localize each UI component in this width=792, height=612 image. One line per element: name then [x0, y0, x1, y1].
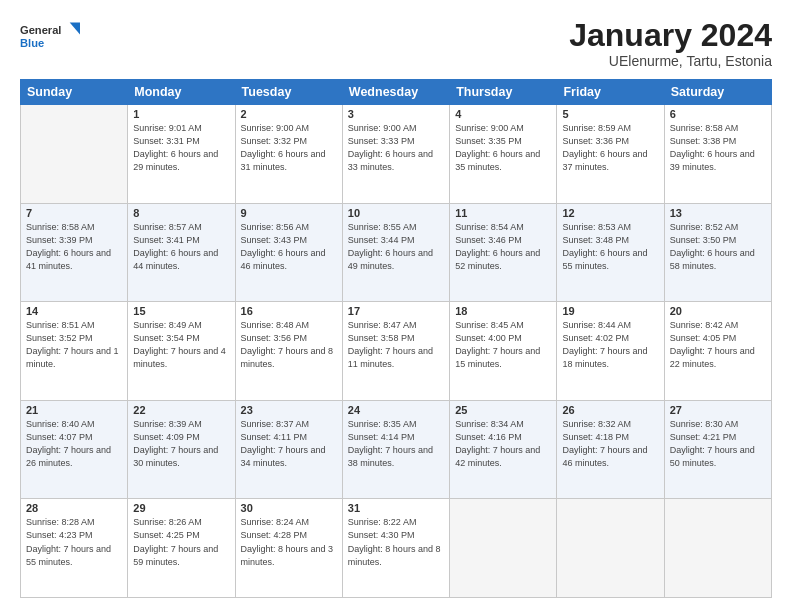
sunrise-text: Sunrise: 8:26 AM	[133, 517, 202, 527]
calendar-cell: 28Sunrise: 8:28 AM Sunset: 4:23 PM Dayli…	[21, 499, 128, 598]
day-number: 10	[348, 207, 444, 219]
sunrise-text: Sunrise: 8:34 AM	[455, 419, 524, 429]
weekday-header-thursday: Thursday	[450, 80, 557, 105]
weekday-header-tuesday: Tuesday	[235, 80, 342, 105]
calendar-cell: 11Sunrise: 8:54 AM Sunset: 3:46 PM Dayli…	[450, 203, 557, 302]
sunrise-text: Sunrise: 8:53 AM	[562, 222, 631, 232]
daylight-text: Daylight: 6 hours and 49 minutes.	[348, 248, 433, 271]
day-number: 11	[455, 207, 551, 219]
day-info: Sunrise: 9:00 AM Sunset: 3:33 PM Dayligh…	[348, 122, 444, 174]
day-info: Sunrise: 8:42 AM Sunset: 4:05 PM Dayligh…	[670, 319, 766, 371]
calendar-cell: 3Sunrise: 9:00 AM Sunset: 3:33 PM Daylig…	[342, 105, 449, 204]
calendar-cell: 15Sunrise: 8:49 AM Sunset: 3:54 PM Dayli…	[128, 302, 235, 401]
sunrise-text: Sunrise: 8:45 AM	[455, 320, 524, 330]
logo: General Blue	[20, 18, 80, 56]
daylight-text: Daylight: 6 hours and 33 minutes.	[348, 149, 433, 172]
day-number: 20	[670, 305, 766, 317]
sunrise-text: Sunrise: 8:39 AM	[133, 419, 202, 429]
daylight-text: Daylight: 8 hours and 3 minutes.	[241, 544, 334, 567]
day-number: 16	[241, 305, 337, 317]
sunset-text: Sunset: 3:46 PM	[455, 235, 522, 245]
day-number: 7	[26, 207, 122, 219]
sunset-text: Sunset: 3:50 PM	[670, 235, 737, 245]
day-number: 2	[241, 108, 337, 120]
daylight-text: Daylight: 6 hours and 35 minutes.	[455, 149, 540, 172]
sunrise-text: Sunrise: 8:48 AM	[241, 320, 310, 330]
day-number: 5	[562, 108, 658, 120]
daylight-text: Daylight: 7 hours and 15 minutes.	[455, 346, 540, 369]
calendar-cell: 21Sunrise: 8:40 AM Sunset: 4:07 PM Dayli…	[21, 400, 128, 499]
day-info: Sunrise: 8:44 AM Sunset: 4:02 PM Dayligh…	[562, 319, 658, 371]
daylight-text: Daylight: 6 hours and 39 minutes.	[670, 149, 755, 172]
daylight-text: Daylight: 7 hours and 22 minutes.	[670, 346, 755, 369]
sunset-text: Sunset: 3:44 PM	[348, 235, 415, 245]
calendar-cell: 27Sunrise: 8:30 AM Sunset: 4:21 PM Dayli…	[664, 400, 771, 499]
logo-svg: General Blue	[20, 18, 80, 56]
day-number: 27	[670, 404, 766, 416]
sunrise-text: Sunrise: 8:30 AM	[670, 419, 739, 429]
calendar-cell: 10Sunrise: 8:55 AM Sunset: 3:44 PM Dayli…	[342, 203, 449, 302]
day-number: 28	[26, 502, 122, 514]
calendar-cell: 22Sunrise: 8:39 AM Sunset: 4:09 PM Dayli…	[128, 400, 235, 499]
daylight-text: Daylight: 6 hours and 41 minutes.	[26, 248, 111, 271]
daylight-text: Daylight: 7 hours and 11 minutes.	[348, 346, 433, 369]
calendar-cell: 1Sunrise: 9:01 AM Sunset: 3:31 PM Daylig…	[128, 105, 235, 204]
day-number: 18	[455, 305, 551, 317]
daylight-text: Daylight: 7 hours and 8 minutes.	[241, 346, 334, 369]
sunrise-text: Sunrise: 8:24 AM	[241, 517, 310, 527]
day-info: Sunrise: 8:58 AM Sunset: 3:39 PM Dayligh…	[26, 221, 122, 273]
calendar-cell: 30Sunrise: 8:24 AM Sunset: 4:28 PM Dayli…	[235, 499, 342, 598]
day-number: 29	[133, 502, 229, 514]
day-info: Sunrise: 8:32 AM Sunset: 4:18 PM Dayligh…	[562, 418, 658, 470]
sunset-text: Sunset: 3:52 PM	[26, 333, 93, 343]
header: General Blue January 2024 UElenurme, Tar…	[20, 18, 772, 69]
daylight-text: Daylight: 6 hours and 55 minutes.	[562, 248, 647, 271]
day-number: 1	[133, 108, 229, 120]
day-number: 12	[562, 207, 658, 219]
day-number: 9	[241, 207, 337, 219]
day-number: 13	[670, 207, 766, 219]
sunrise-text: Sunrise: 8:44 AM	[562, 320, 631, 330]
calendar-cell: 8Sunrise: 8:57 AM Sunset: 3:41 PM Daylig…	[128, 203, 235, 302]
daylight-text: Daylight: 6 hours and 37 minutes.	[562, 149, 647, 172]
day-info: Sunrise: 8:45 AM Sunset: 4:00 PM Dayligh…	[455, 319, 551, 371]
day-info: Sunrise: 8:28 AM Sunset: 4:23 PM Dayligh…	[26, 516, 122, 568]
daylight-text: Daylight: 6 hours and 44 minutes.	[133, 248, 218, 271]
day-number: 22	[133, 404, 229, 416]
sunrise-text: Sunrise: 9:01 AM	[133, 123, 202, 133]
title-block: January 2024 UElenurme, Tartu, Estonia	[569, 18, 772, 69]
daylight-text: Daylight: 7 hours and 55 minutes.	[26, 544, 111, 567]
daylight-text: Daylight: 7 hours and 1 minute.	[26, 346, 119, 369]
sunrise-text: Sunrise: 8:51 AM	[26, 320, 95, 330]
day-info: Sunrise: 8:58 AM Sunset: 3:38 PM Dayligh…	[670, 122, 766, 174]
sunrise-text: Sunrise: 8:58 AM	[26, 222, 95, 232]
day-number: 17	[348, 305, 444, 317]
calendar-cell: 7Sunrise: 8:58 AM Sunset: 3:39 PM Daylig…	[21, 203, 128, 302]
sunrise-text: Sunrise: 8:49 AM	[133, 320, 202, 330]
calendar-header-row: SundayMondayTuesdayWednesdayThursdayFrid…	[21, 80, 772, 105]
calendar-cell: 26Sunrise: 8:32 AM Sunset: 4:18 PM Dayli…	[557, 400, 664, 499]
logo-general: General	[20, 24, 61, 36]
weekday-header-friday: Friday	[557, 80, 664, 105]
daylight-text: Daylight: 7 hours and 46 minutes.	[562, 445, 647, 468]
day-number: 24	[348, 404, 444, 416]
sunrise-text: Sunrise: 8:28 AM	[26, 517, 95, 527]
daylight-text: Daylight: 6 hours and 52 minutes.	[455, 248, 540, 271]
calendar-cell: 6Sunrise: 8:58 AM Sunset: 3:38 PM Daylig…	[664, 105, 771, 204]
sunset-text: Sunset: 3:36 PM	[562, 136, 629, 146]
sunset-text: Sunset: 4:21 PM	[670, 432, 737, 442]
sunrise-text: Sunrise: 8:37 AM	[241, 419, 310, 429]
day-info: Sunrise: 8:34 AM Sunset: 4:16 PM Dayligh…	[455, 418, 551, 470]
calendar-cell: 20Sunrise: 8:42 AM Sunset: 4:05 PM Dayli…	[664, 302, 771, 401]
sunset-text: Sunset: 4:18 PM	[562, 432, 629, 442]
sunset-text: Sunset: 3:43 PM	[241, 235, 308, 245]
day-info: Sunrise: 8:54 AM Sunset: 3:46 PM Dayligh…	[455, 221, 551, 273]
day-info: Sunrise: 8:49 AM Sunset: 3:54 PM Dayligh…	[133, 319, 229, 371]
day-info: Sunrise: 8:39 AM Sunset: 4:09 PM Dayligh…	[133, 418, 229, 470]
sunrise-text: Sunrise: 8:40 AM	[26, 419, 95, 429]
sunset-text: Sunset: 4:30 PM	[348, 530, 415, 540]
calendar-week-row: 7Sunrise: 8:58 AM Sunset: 3:39 PM Daylig…	[21, 203, 772, 302]
day-info: Sunrise: 8:56 AM Sunset: 3:43 PM Dayligh…	[241, 221, 337, 273]
day-info: Sunrise: 9:00 AM Sunset: 3:32 PM Dayligh…	[241, 122, 337, 174]
sunset-text: Sunset: 3:33 PM	[348, 136, 415, 146]
